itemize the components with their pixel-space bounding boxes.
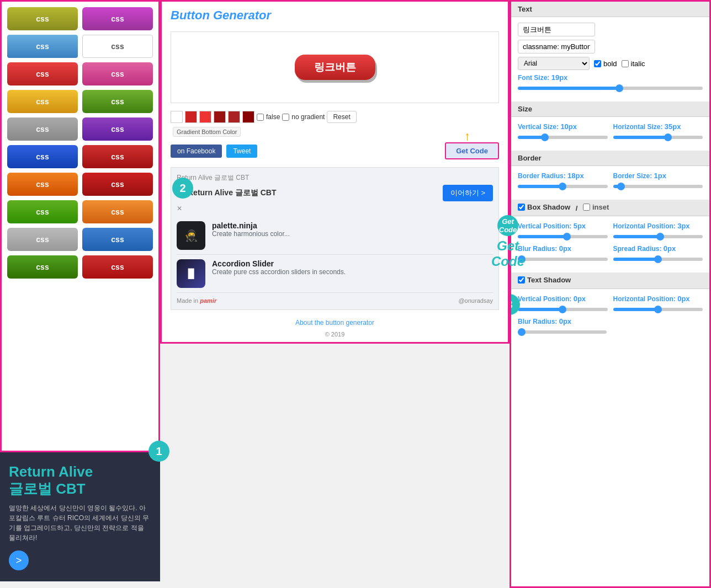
- color-swatch-red2[interactable]: [199, 111, 211, 123]
- bs-spread-slider[interactable]: [613, 258, 703, 261]
- font-size-value: 19px: [551, 73, 568, 82]
- preview-button[interactable]: 링크버튼: [295, 55, 375, 80]
- css-btn-10[interactable]: css: [82, 117, 153, 141]
- ts-horizontal-slider[interactable]: [613, 308, 703, 311]
- border-radius-row: Border Radius: 18px: [518, 172, 608, 190]
- continue-button[interactable]: 이어하기 >: [443, 185, 493, 201]
- css-btn-7[interactable]: css: [7, 90, 78, 113]
- text-shadow-checkbox[interactable]: [518, 276, 525, 284]
- vertical-size-slider[interactable]: [518, 136, 608, 139]
- bs-bottom-grid: Blur Radius: 0px Spread Radius: 0px: [518, 244, 703, 267]
- size-grid: Vertical Size: 10px Horizontal Size: 35p…: [518, 122, 703, 145]
- classname-field[interactable]: [518, 40, 595, 54]
- ts-top-grid: Vertical Position: 0px Horizontal Positi…: [518, 295, 703, 317]
- css-btn-14[interactable]: css: [82, 173, 153, 196]
- css-btn-15[interactable]: css: [7, 200, 78, 223]
- font-size-slider[interactable]: [518, 87, 703, 90]
- italic-checkbox-label[interactable]: italic: [622, 60, 645, 68]
- ts-blur-row: Blur Radius: 0px: [518, 317, 703, 335]
- box-shadow-section-header: Box Shadow / inset: [511, 200, 709, 216]
- bottom-title: Return Alive 글로벌 CBT: [9, 463, 151, 498]
- ts-horizontal-value: 0px: [677, 295, 689, 303]
- no-gradient-checkbox-label[interactable]: no gradient: [282, 113, 325, 121]
- bs-blur-slider[interactable]: [518, 258, 608, 261]
- facebook-share-button[interactable]: on Facebook: [171, 145, 222, 158]
- bs-horizontal-row: Horizontal Position: 3px: [613, 222, 703, 240]
- bottom-panel: Return Alive 글로벌 CBT 멀망한 세상에서 당신만이 영웅이 될…: [0, 452, 160, 581]
- css-btn-13[interactable]: css: [7, 173, 78, 196]
- step-badge-1: 1: [148, 441, 169, 462]
- text-section-body: Arial bold italic Font Size: 19px: [511, 17, 709, 101]
- generator-title: Button Generator: [162, 2, 508, 27]
- css-btn-9[interactable]: css: [7, 117, 78, 141]
- border-size-slider[interactable]: [613, 185, 703, 188]
- css-btn-2[interactable]: css: [82, 7, 153, 30]
- ts-vertical-value: 0px: [574, 295, 586, 303]
- border-radius-slider[interactable]: [518, 185, 608, 188]
- tweet-button[interactable]: Tweet: [226, 145, 257, 158]
- palette-desc: Create harmonious color...: [212, 230, 290, 238]
- color-swatch-darkred1[interactable]: [214, 111, 226, 123]
- bs-spread-value: 0px: [664, 244, 676, 253]
- inset-checkbox-label[interactable]: inset: [583, 203, 609, 211]
- box-shadow-checkbox-label[interactable]: Box Shadow: [518, 203, 570, 211]
- size-section-header: Size: [511, 101, 709, 117]
- css-btn-3[interactable]: css: [7, 35, 78, 58]
- box-shadow-checkbox[interactable]: [518, 204, 525, 211]
- fb-footer: Made in pamir @onuradsay: [177, 297, 493, 304]
- css-btn-8[interactable]: css: [82, 90, 153, 113]
- css-btn-20[interactable]: css: [82, 255, 153, 279]
- bs-vertical-slider[interactable]: [518, 235, 608, 238]
- bottom-desc: 멀망한 세상에서 당신만이 영웅이 될수있다. 아포칼립스 루트 슈터 RICO…: [9, 503, 151, 543]
- font-select[interactable]: Arial: [518, 57, 590, 70]
- ts-blur-slider[interactable]: [518, 330, 607, 334]
- css-btn-4[interactable]: css: [82, 35, 153, 58]
- css-btn-6[interactable]: css: [82, 62, 153, 85]
- css-btn-17[interactable]: css: [7, 228, 78, 251]
- color-swatch-red1[interactable]: [185, 111, 197, 123]
- get-code-button[interactable]: Get Code: [445, 142, 499, 159]
- css-btn-11[interactable]: css: [7, 145, 78, 168]
- text-input-field[interactable]: [518, 23, 595, 36]
- bottom-arrow-button[interactable]: >: [9, 550, 29, 570]
- classname-row: [518, 40, 703, 54]
- transparent-checkbox-label[interactable]: false: [257, 113, 280, 121]
- border-size-value: 1px: [654, 172, 666, 180]
- color-swatch-darkred2[interactable]: [228, 111, 240, 123]
- font-row: Arial bold italic: [518, 57, 703, 70]
- bs-spread-row: Spread Radius: 0px: [613, 244, 703, 263]
- step-badge-4: Get Code Get Code: [491, 215, 524, 269]
- italic-checkbox[interactable]: [622, 60, 629, 67]
- preview-area: 링크버튼: [171, 31, 499, 103]
- gradient-bottom-label: Gradient Bottom Color: [173, 127, 241, 137]
- horizontal-size-row: Horizontal Size: 35px: [613, 122, 703, 141]
- text-shadow-checkbox-label[interactable]: Text Shadow: [518, 276, 571, 284]
- ts-vertical-slider[interactable]: [518, 308, 608, 311]
- palette-icon: 🥷: [177, 221, 205, 250]
- css-btn-18[interactable]: css: [82, 228, 153, 251]
- text-shadow-section-header: Text Shadow: [511, 272, 709, 289]
- close-icon: ✕: [177, 205, 182, 212]
- bs-horizontal-slider[interactable]: [613, 235, 703, 238]
- transparent-checkbox[interactable]: [257, 114, 264, 121]
- reset-button[interactable]: Reset: [327, 111, 356, 123]
- palette-item: 🥷 palette.ninja Create harmonious color.…: [177, 217, 493, 255]
- css-btn-1[interactable]: css: [7, 7, 78, 30]
- css-btn-12[interactable]: css: [82, 145, 153, 168]
- accordion-desc: Create pure css accordion sliders in sec…: [212, 268, 346, 276]
- inset-checkbox[interactable]: [583, 204, 590, 211]
- bold-checkbox-label[interactable]: bold: [594, 60, 617, 68]
- ts-horizontal-row: Horizontal Position: 0px: [613, 295, 703, 313]
- accordion-content: Accordion Slider Create pure css accordi…: [212, 259, 346, 276]
- no-gradient-checkbox[interactable]: [282, 114, 289, 121]
- horizontal-size-slider[interactable]: [613, 136, 703, 139]
- css-btn-5[interactable]: css: [7, 62, 78, 85]
- horizontal-size-value: 35px: [665, 122, 681, 131]
- css-btn-19[interactable]: css: [7, 255, 78, 279]
- color-swatch-darkred3[interactable]: [242, 111, 254, 123]
- ts-vertical-row: Vertical Position: 0px: [518, 295, 608, 313]
- footer-link[interactable]: About the button generator: [162, 314, 508, 331]
- bold-checkbox[interactable]: [594, 60, 601, 67]
- color-swatch-white[interactable]: [171, 111, 183, 123]
- css-btn-16[interactable]: css: [82, 200, 153, 223]
